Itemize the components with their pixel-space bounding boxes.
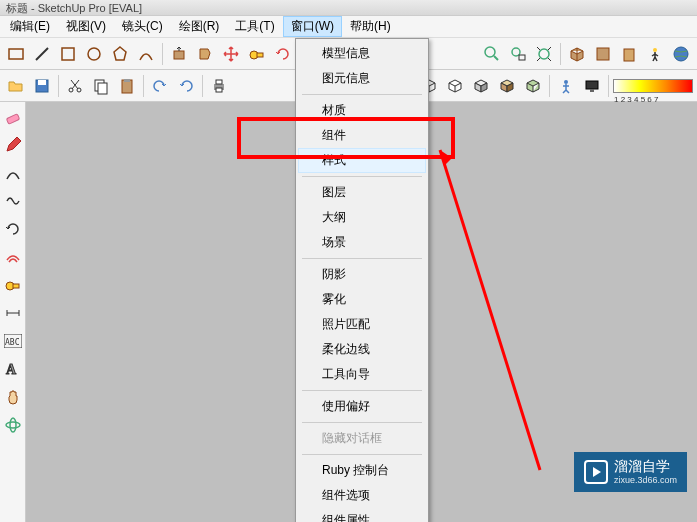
pan-tool-icon[interactable] (2, 386, 24, 408)
save-icon[interactable] (30, 74, 54, 98)
menu-edit[interactable]: 编辑(E) (2, 16, 58, 37)
walk-icon[interactable] (643, 42, 667, 66)
menu-preferences[interactable]: 使用偏好 (298, 394, 426, 419)
zoomextents-icon[interactable] (532, 42, 556, 66)
gradient-scale: 1 2 3 4 5 6 7 (613, 79, 693, 93)
texture-icon[interactable] (495, 74, 519, 98)
menu-soften[interactable]: 柔化边线 (298, 337, 426, 362)
menu-camera[interactable]: 镜头(C) (114, 16, 171, 37)
menu-model-info[interactable]: 模型信息 (298, 41, 426, 66)
menu-instructor[interactable]: 工具向导 (298, 362, 426, 387)
copy-icon[interactable] (89, 74, 113, 98)
offset-tool-icon[interactable] (2, 246, 24, 268)
separator (302, 422, 422, 423)
svg-point-29 (564, 80, 568, 84)
tape-tool-icon[interactable] (2, 274, 24, 296)
arc-tool-icon[interactable] (2, 162, 24, 184)
svg-point-16 (653, 48, 657, 52)
undo-icon[interactable] (148, 74, 172, 98)
mono-icon[interactable] (521, 74, 545, 98)
separator (302, 94, 422, 95)
svg-point-13 (539, 49, 549, 59)
eraser-tool-icon[interactable] (2, 106, 24, 128)
top-icon[interactable] (591, 42, 615, 66)
app-title: 标题 - SketchUp Pro [EVAL] (6, 2, 142, 14)
menu-layers[interactable]: 图层 (298, 180, 426, 205)
menu-photo-match[interactable]: 照片匹配 (298, 312, 426, 337)
menu-component-options[interactable]: 组件选项 (298, 483, 426, 508)
separator (302, 454, 422, 455)
square-icon[interactable] (56, 42, 80, 66)
svg-rect-31 (590, 89, 594, 92)
svg-text:ABC: ABC (5, 338, 20, 347)
person-icon[interactable] (554, 74, 578, 98)
separator (302, 390, 422, 391)
menu-window[interactable]: 窗口(W) (283, 16, 342, 37)
pencil-tool-icon[interactable] (2, 134, 24, 156)
print-icon[interactable] (207, 74, 231, 98)
svg-rect-19 (38, 80, 46, 85)
3dtext-tool-icon[interactable]: A (2, 358, 24, 380)
globe-icon[interactable] (669, 42, 693, 66)
line-icon[interactable] (30, 42, 54, 66)
separator (162, 43, 163, 65)
paint-icon[interactable] (193, 42, 217, 66)
svg-rect-25 (124, 79, 130, 82)
menu-component-attrs[interactable]: 组件属性 (298, 508, 426, 522)
menu-help[interactable]: 帮助(H) (342, 16, 399, 37)
svg-rect-23 (98, 83, 107, 94)
separator (58, 75, 59, 97)
svg-marker-4 (114, 47, 126, 60)
separator (560, 43, 561, 65)
redo-icon[interactable] (174, 74, 198, 98)
tape-icon[interactable] (245, 42, 269, 66)
rotate-icon[interactable] (271, 42, 295, 66)
open-icon[interactable] (4, 74, 28, 98)
svg-text:A: A (6, 362, 17, 377)
circle-icon[interactable] (82, 42, 106, 66)
arc-icon[interactable] (134, 42, 158, 66)
svg-rect-14 (597, 48, 609, 60)
move-icon[interactable] (219, 42, 243, 66)
svg-point-42 (10, 418, 16, 432)
hidden-line-icon[interactable] (443, 74, 467, 98)
pushpull-icon[interactable] (167, 42, 191, 66)
orbit-tool-icon[interactable] (2, 414, 24, 436)
zoomwindow-icon[interactable] (506, 42, 530, 66)
menu-draw[interactable]: 绘图(R) (171, 16, 228, 37)
svg-point-17 (674, 47, 688, 61)
shaded-icon[interactable] (469, 74, 493, 98)
watermark-url: zixue.3d66.com (614, 475, 677, 486)
menu-view[interactable]: 视图(V) (58, 16, 114, 37)
svg-line-1 (36, 48, 48, 60)
freehand-tool-icon[interactable] (2, 190, 24, 212)
polygon-icon[interactable] (108, 42, 132, 66)
menu-fog[interactable]: 雾化 (298, 287, 426, 312)
menu-tools[interactable]: 工具(T) (227, 16, 282, 37)
menu-styles[interactable]: 样式 (298, 148, 426, 173)
menu-components[interactable]: 组件 (298, 123, 426, 148)
svg-rect-32 (6, 114, 19, 125)
menu-entity-info[interactable]: 图元信息 (298, 66, 426, 91)
menu-scenes[interactable]: 场景 (298, 230, 426, 255)
rectangle-icon[interactable] (4, 42, 28, 66)
separator (143, 75, 144, 97)
rotate-tool-icon[interactable] (2, 218, 24, 240)
svg-rect-28 (216, 88, 222, 92)
text-tool-icon[interactable]: ABC (2, 330, 24, 352)
menu-materials[interactable]: 材质 (298, 98, 426, 123)
svg-point-41 (6, 422, 20, 428)
svg-rect-5 (174, 51, 184, 59)
dimension-tool-icon[interactable] (2, 302, 24, 324)
cut-icon[interactable] (63, 74, 87, 98)
zoom-icon[interactable] (480, 42, 504, 66)
menu-shadows[interactable]: 阴影 (298, 262, 426, 287)
svg-point-9 (485, 47, 495, 57)
menu-ruby-console[interactable]: Ruby 控制台 (298, 458, 426, 483)
paste-icon[interactable] (115, 74, 139, 98)
front-icon[interactable] (617, 42, 641, 66)
menu-outliner[interactable]: 大纲 (298, 205, 426, 230)
svg-rect-0 (9, 49, 23, 59)
display-icon[interactable] (580, 74, 604, 98)
iso-icon[interactable] (565, 42, 589, 66)
